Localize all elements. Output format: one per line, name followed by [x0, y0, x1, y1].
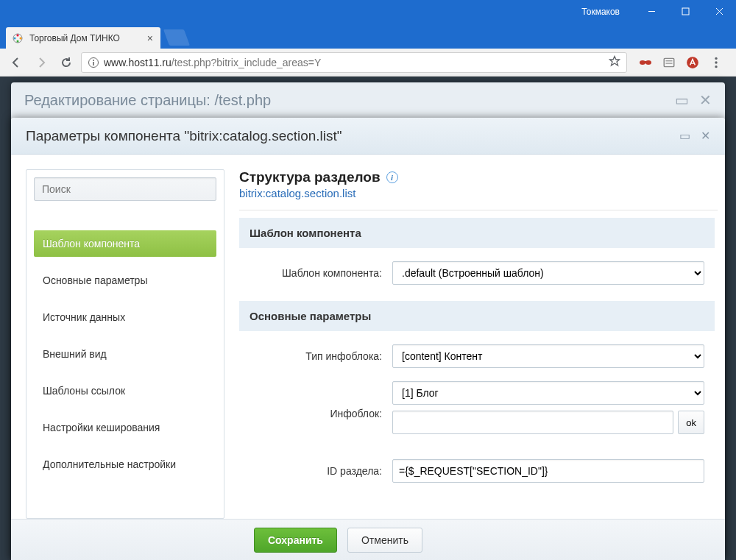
dialog-title: Параметры компонента "bitrix:catalog.sec…: [26, 128, 342, 144]
nav-item-link-templates[interactable]: Шаблоны ссылок: [34, 378, 216, 404]
dialog-sidebar: Шаблон компонента Основные параметры Ист…: [26, 169, 224, 519]
site-info-icon[interactable]: [88, 57, 99, 68]
svg-rect-11: [93, 62, 94, 65]
tab-title: Торговый Дом ТИНКО: [29, 33, 146, 43]
address-bar[interactable]: www.host11.ru/test.php?bitrix_include_ar…: [81, 52, 627, 73]
nav-item-extra[interactable]: Дополнительные настройки: [34, 451, 216, 478]
browser-toolbar: www.host11.ru/test.php?bitrix_include_ar…: [0, 49, 736, 77]
favicon-icon: [12, 32, 24, 44]
iblock-select[interactable]: [1] Блог: [392, 381, 704, 405]
iblock-type-select[interactable]: [content] Контент: [392, 344, 704, 368]
nav-item-appearance[interactable]: Внешний вид: [34, 341, 216, 367]
bookmark-star-icon[interactable]: [609, 55, 620, 69]
svg-rect-16: [664, 58, 674, 66]
info-icon[interactable]: i: [386, 171, 398, 183]
tab-close-icon[interactable]: ×: [146, 32, 155, 44]
extension-icon-2[interactable]: [662, 56, 676, 69]
window-maximize-button[interactable]: [668, 0, 702, 23]
section-id-input[interactable]: [392, 459, 704, 483]
page-content: Редактирование страницы: /test.php ▭ ✕ П…: [0, 77, 736, 560]
svg-point-8: [14, 37, 16, 39]
component-params-dialog: Параметры компонента "bitrix:catalog.sec…: [11, 118, 725, 560]
back-button[interactable]: [6, 52, 26, 73]
params-scroll[interactable]: Шаблон компонента Шаблон компонента: .de…: [239, 213, 718, 519]
dialog-maximize-icon[interactable]: ▭: [679, 129, 690, 143]
dialog-close-icon[interactable]: ✕: [701, 129, 710, 143]
dialog-main: Структура разделов i bitrix:catalog.sect…: [239, 169, 718, 519]
search-input[interactable]: [34, 177, 216, 201]
svg-point-20: [715, 57, 717, 59]
background-dialog-title: Редактирование страницы: /test.php: [24, 92, 271, 109]
section-template-header: Шаблон компонента: [239, 218, 715, 248]
cancel-button[interactable]: Отменить: [347, 528, 422, 553]
dialog-footer: Сохранить Отменить: [11, 519, 725, 560]
svg-point-5: [17, 34, 19, 36]
iblock-type-label: Тип инфоблока:: [250, 350, 382, 362]
nav-item-template[interactable]: Шаблон компонента: [34, 230, 216, 257]
window-titlebar: Токмаков: [0, 0, 736, 23]
browser-menu-icon[interactable]: [710, 56, 723, 69]
svg-point-7: [17, 40, 19, 42]
window-minimize-button[interactable]: [634, 0, 668, 23]
browser-tab[interactable]: Торговый Дом ТИНКО ×: [6, 27, 160, 49]
forward-button[interactable]: [31, 52, 52, 73]
extension-icon-3[interactable]: [686, 56, 699, 69]
window-close-button[interactable]: [702, 0, 736, 23]
iblock-label: Инфоблок:: [250, 381, 382, 419]
svg-point-22: [715, 65, 717, 67]
window-username: Токмаков: [581, 7, 620, 17]
section-id-label: ID раздела:: [250, 465, 382, 477]
template-select[interactable]: .default (Встроенный шаблон): [392, 261, 704, 285]
url-host: www.host11.ru: [104, 57, 171, 68]
main-title: Структура разделов: [239, 169, 381, 185]
section-main-header: Основные параметры: [239, 301, 715, 331]
svg-rect-1: [682, 8, 689, 15]
nav-item-main-params[interactable]: Основные параметры: [34, 267, 216, 294]
nav-item-cache[interactable]: Настройки кеширования: [34, 414, 216, 441]
background-dialog-close-icon[interactable]: ✕: [699, 91, 712, 109]
url-path: /test.php?bitrix_include_areas=Y: [171, 57, 322, 68]
new-tab-button[interactable]: [163, 29, 190, 46]
iblock-ok-button[interactable]: ok: [678, 411, 704, 434]
browser-tabstrip: Торговый Дом ТИНКО ×: [0, 23, 736, 49]
template-label: Шаблон компонента:: [250, 267, 382, 279]
save-button[interactable]: Сохранить: [254, 528, 337, 553]
background-dialog-maximize-icon[interactable]: ▭: [675, 91, 689, 109]
reload-button[interactable]: [56, 52, 77, 73]
main-subtitle: bitrix:catalog.section.list: [239, 187, 718, 199]
svg-point-10: [93, 60, 94, 61]
svg-marker-12: [610, 57, 620, 66]
extension-icon-1[interactable]: [639, 56, 652, 69]
iblock-input[interactable]: [392, 411, 673, 434]
svg-point-21: [715, 61, 717, 63]
svg-point-6: [20, 37, 22, 39]
nav-item-data-source[interactable]: Источник данных: [34, 304, 216, 330]
svg-rect-15: [644, 61, 647, 63]
